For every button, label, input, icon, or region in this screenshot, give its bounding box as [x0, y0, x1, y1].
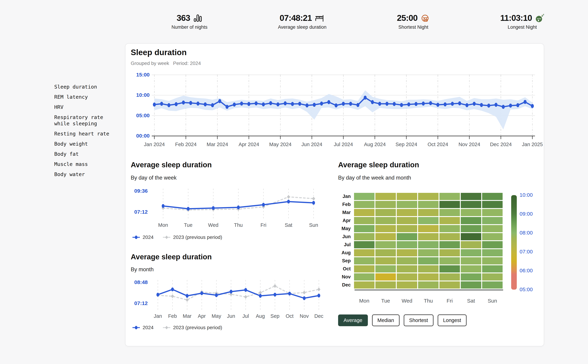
heatmap-cell-dec-wed — [397, 281, 417, 289]
stat-shortest-night: 25:00 Shortest Night — [397, 13, 430, 30]
heatmap-col-label-thu: Thu — [418, 298, 439, 304]
sleepy-face-icon — [421, 13, 430, 23]
sidebar-item-muscle-mass[interactable]: Muscle mass — [54, 161, 110, 167]
heatmap-cell-jul-sun — [482, 241, 503, 248]
sidebar-item-rem-latency[interactable]: REM latency — [54, 94, 110, 100]
sidebar-item-sleep-duration[interactable]: Sleep duration — [54, 84, 110, 90]
heatmap-cell-dec-thu — [418, 281, 439, 289]
dow-chart-x-axis: MonTueWedThuFriSatSun — [150, 222, 327, 229]
heatmap-cell-jul-wed — [397, 241, 417, 248]
bar-chart-icon — [193, 13, 202, 23]
month-chart-y-axis: 08:4807:12 — [128, 279, 148, 311]
heatmap-row-label-mar: Mar — [338, 209, 353, 216]
x-tick-label: Nov 2024 — [459, 142, 480, 147]
heatmap-row-label-dec: Dec — [338, 281, 353, 289]
legend-item-2023[interactable]: 2023 (previous period) — [162, 234, 222, 240]
month-chart-x-axis: JanFebMarAprMayJunJulAugSepOctNovDec — [150, 313, 327, 320]
heatmap-cell-dec-sun — [482, 281, 503, 289]
stat-label: Number of nights — [172, 25, 207, 30]
heatmap-cell-jun-mon — [354, 233, 375, 240]
heatmap-cell-jun-sat — [461, 233, 481, 240]
x-tick-label: Jul 2024 — [334, 142, 353, 147]
heatmap-col-label-fri: Fri — [439, 298, 460, 304]
x-tick-label: Sat — [285, 222, 292, 228]
y-tick-label: 15:00 — [136, 72, 150, 78]
main-chart-y-axis: 15:0010:0005:0000:00 — [130, 75, 150, 141]
heatmap-cell-oct-mon — [354, 265, 375, 273]
heatmap-cell-may-sat — [461, 225, 481, 232]
legend-label: 2024 — [143, 234, 154, 240]
heatmap-cell-aug-tue — [375, 249, 396, 256]
heatmap-cell-apr-thu — [418, 217, 439, 224]
x-tick-label: Oct 2024 — [427, 142, 448, 147]
stat-label: Longest Night — [508, 25, 537, 30]
heatmap-cell-jan-tue — [375, 193, 396, 200]
x-tick-label: Mon — [158, 222, 168, 228]
x-tick-label: Apr — [198, 313, 206, 319]
y-tick-label: 05:00 — [136, 112, 150, 118]
line-dot-marker-icon — [132, 325, 140, 330]
heatmap-cell-sep-sat — [461, 257, 481, 264]
colorbar-tick-label: 07:00 — [520, 249, 539, 255]
x-tick-label: Jan 2025 — [522, 142, 543, 147]
heatmap-row-label-feb: Feb — [338, 201, 353, 208]
x-tick-label: Apr 2024 — [239, 142, 259, 147]
heatmap-cell-feb-tue — [375, 201, 396, 208]
heatmap-cell-apr-tue — [375, 217, 396, 224]
sidebar-item-resting-heart-rate[interactable]: Resting heart rate — [54, 130, 110, 137]
sidebar-item-hrv[interactable]: HRV — [54, 104, 110, 110]
x-tick-label: Jun — [227, 313, 235, 319]
filter-button-shortest[interactable]: Shortest — [404, 314, 433, 326]
filter-button-median[interactable]: Median — [372, 314, 400, 326]
stat-number-of-nights: 363 Number of nights — [172, 13, 207, 30]
heatmap-cell-may-sun — [482, 225, 503, 232]
heatmap-cell-feb-thu — [418, 201, 439, 208]
main-chart-x-axis: Jan 2024Feb 2024Mar 2024Apr 2024May 2024… — [152, 142, 535, 149]
main-chart-period[interactable]: Period: 2024 — [173, 61, 201, 66]
sidebar-item-body-water[interactable]: Body water — [54, 171, 110, 177]
heatmap-row-label-sep: Sep — [338, 257, 353, 264]
heatmap-cell-nov-sun — [482, 273, 503, 280]
heatmap-cell-jul-mon — [354, 241, 375, 248]
legend-item-2023[interactable]: 2023 (previous period) — [162, 325, 222, 330]
heatmap-col-label-mon: Mon — [354, 298, 375, 304]
heatmap-cell-feb-sun — [482, 201, 503, 208]
x-tick-label: Sun — [309, 222, 318, 228]
sidebar-item-body-weight[interactable]: Body weight — [54, 141, 110, 147]
main-chart-grouping[interactable]: Grouped by week — [131, 61, 169, 66]
heatmap-cell-mar-wed — [397, 209, 417, 216]
stat-value: 363 — [177, 13, 190, 23]
filter-button-average[interactable]: Average — [338, 314, 368, 326]
stat-value: 07:48:21 — [280, 13, 312, 23]
heatmap-cell-feb-wed — [397, 201, 417, 208]
aggregation-buttons: AverageMedianShortestLongest — [338, 314, 466, 326]
stat-label: Shortest Night — [398, 25, 428, 30]
heatmap-cell-jan-sat — [461, 193, 481, 200]
stat-value: 11:03:10 — [500, 13, 532, 23]
legend-label: 2023 (previous period) — [173, 325, 222, 330]
sidebar-item-respiratory-rate-while-sleeping[interactable]: Respiratory rate while sleeping — [54, 114, 110, 127]
heatmap-cell-mar-fri — [439, 209, 460, 216]
heatmap-row-label-nov: Nov — [338, 273, 353, 280]
heatmap-subtitle: By day of the week and month — [338, 175, 411, 181]
heatmap-cell-jan-wed — [397, 193, 417, 200]
stat-value: 25:00 — [397, 13, 418, 23]
main-chart-title: Sleep duration — [131, 48, 187, 57]
heatmap-cell-mar-sat — [461, 209, 481, 216]
legend-item-2024[interactable]: 2024 — [132, 234, 154, 240]
heatmap-cell-sep-thu — [418, 257, 439, 264]
heatmap-cell-jan-fri — [439, 193, 460, 200]
heatmap-cell-dec-mon — [354, 281, 375, 289]
legend-item-2024[interactable]: 2024 — [132, 325, 154, 330]
sidebar-item-body-fat[interactable]: Body fat — [54, 151, 110, 157]
heatmap-col-label-wed: Wed — [397, 298, 417, 304]
filter-button-longest[interactable]: Longest — [438, 314, 466, 326]
heatmap-cell-nov-thu — [418, 273, 439, 280]
heatmap-cell-oct-sat — [461, 265, 481, 273]
colorbar-tick-label: 06:00 — [520, 267, 539, 273]
heatmap-cell-dec-fri — [439, 281, 460, 289]
dashed-diamond-marker-icon — [162, 325, 171, 330]
x-tick-label: Oct — [286, 313, 293, 319]
colorbar-tick-label: 10:00 — [520, 192, 539, 198]
heatmap-cell-nov-fri — [439, 273, 460, 280]
